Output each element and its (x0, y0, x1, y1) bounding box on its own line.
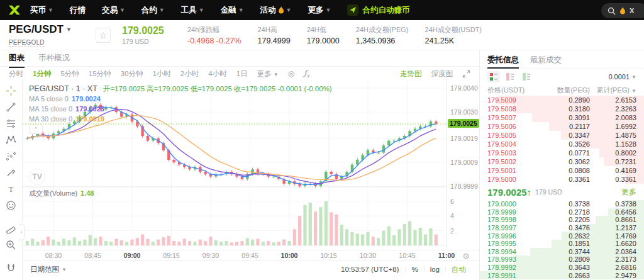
order-book-tab-0[interactable]: 委托信息 (487, 55, 519, 69)
nav-item-3[interactable]: 合约▼ (142, 5, 165, 16)
magnet-icon[interactable] (6, 263, 16, 274)
order-book-row[interactable]: 179.50050.33471.4875 (480, 131, 644, 140)
view-trend-toggle[interactable]: 走势图 (400, 69, 422, 79)
tradingview-logo[interactable]: TV (29, 169, 45, 185)
order-book-row[interactable]: 178.99950.18511.6620 (480, 240, 644, 248)
order-book-row[interactable]: 178.99940.37442.0364 (480, 248, 644, 256)
book-layout-asks-icon[interactable] (504, 71, 516, 82)
order-book-row[interactable]: 178.99930.28092.3173 (480, 255, 644, 264)
zoom-in-icon[interactable] (6, 240, 16, 250)
nav-item-7[interactable]: 更多▼ (308, 5, 331, 16)
timeframe-more[interactable]: 更多 ▼ (257, 69, 279, 79)
timeframe-0[interactable]: 分时 (9, 69, 23, 79)
timeframe-6[interactable]: 2小时 (180, 69, 199, 79)
chart-tab-0[interactable]: 图表 (9, 53, 25, 68)
timeframe-3[interactable]: 15分钟 (89, 69, 111, 79)
order-book-row[interactable]: 179.50080.31802.3263 (480, 104, 644, 113)
search-bar[interactable]: X (601, 3, 644, 18)
order-book-row[interactable]: 178.99970.34761.2137 (480, 224, 644, 232)
book-more-link[interactable]: 更多 (621, 187, 636, 198)
order-book-row[interactable]: 179.50010.08080.4169 (480, 166, 644, 175)
order-book-row[interactable]: 178.99910.26632.9479 (480, 271, 644, 279)
row-qty: 0.3744 (543, 248, 590, 255)
row-price: 178.9994 (487, 248, 543, 255)
mid-price-row[interactable]: 179.0025↑ 179 USD 更多 (480, 184, 644, 200)
row-qty: 0.2205 (543, 216, 590, 223)
brush-icon[interactable] (6, 167, 16, 178)
timeframe-4[interactable]: 30分钟 (121, 69, 143, 79)
timeframe-5[interactable]: 1小时 (152, 69, 170, 79)
timeframe-7[interactable]: 4小时 (208, 69, 226, 79)
timeframe-row: 分时1分钟5分钟15分钟30分钟1小时2小时4小时1日 更多 ▼ ◎ ƒx 走势… (0, 67, 479, 81)
clock-utc[interactable]: 10:53:57 (UTC+8) (341, 266, 406, 273)
pair-selector[interactable]: PEG/USDT ▼ (9, 23, 84, 36)
nav-item-1[interactable]: 行情 (70, 5, 86, 16)
timeframe-8[interactable]: 1日 (236, 69, 248, 79)
view-depth-toggle[interactable]: 深度图 (431, 69, 453, 79)
trend-line-icon[interactable] (6, 102, 16, 113)
row-cum: 2.6153 (590, 96, 636, 104)
chevron-down-icon: ▼ (48, 7, 53, 13)
book-layout-both-icon[interactable] (487, 71, 500, 82)
chart-footer: 日期范围▼ 10:53:57 (UTC+8) % log 自动 (23, 260, 479, 277)
timeframe-1[interactable]: 1分钟 (33, 69, 51, 79)
nav-item-2[interactable]: 交易▼ (102, 5, 125, 16)
chart-tab-1[interactable]: 币种概况 (38, 53, 70, 67)
favorite-button[interactable]: ☆ (96, 28, 111, 43)
nav-item-0[interactable]: 买币▼ (30, 5, 53, 16)
nav-item-4[interactable]: 工具▼ (181, 5, 204, 16)
xt-logo[interactable] (8, 4, 21, 16)
row-qty: 0.0808 (543, 167, 590, 174)
legend-collapse-button[interactable]: ⌃ (29, 125, 43, 134)
percent-scale-button[interactable]: % (406, 266, 424, 273)
time-axis-label: 09:00 (124, 252, 141, 259)
row-cum: 0.6456 (590, 208, 636, 216)
fullscreen-icon[interactable] (462, 70, 470, 78)
nav-item-5[interactable]: 金融▼ (221, 5, 244, 16)
order-book-row[interactable]: 179.50070.30912.0083 (480, 113, 644, 122)
auto-scale-button[interactable]: 自动 (446, 265, 472, 274)
order-book-row[interactable]: 178.99920.36432.6816 (480, 264, 644, 272)
order-book-row[interactable]: 178.99990.27180.6456 (480, 208, 644, 216)
row-price: 179.5009 (487, 96, 543, 104)
text-tool-icon[interactable]: T (6, 184, 16, 194)
promo-link[interactable]: 合约自动赚币 (347, 4, 409, 16)
xabcd-pattern-icon[interactable] (6, 135, 16, 145)
top-nav: 买币▼行情交易▼合约▼工具▼金融▼活动▼更多▼ 合约自动赚币 X (0, 0, 644, 20)
price-axis[interactable]: 179.0040179.0030179.0019179.0009178.9999… (447, 81, 480, 250)
ruler-icon[interactable] (6, 223, 16, 234)
order-book-row[interactable]: 179.50090.28902.6153 (480, 96, 644, 104)
forecast-icon[interactable] (6, 151, 16, 162)
row-cum: 0.3738 (590, 200, 636, 208)
time-axis-label: 10:00 (281, 252, 298, 259)
emoji-icon[interactable] (6, 200, 16, 211)
time-axis[interactable]: ⊙ 08:3008:4509:0009:1509:3009:4510:0010:… (23, 250, 479, 260)
fib-lines-icon[interactable] (6, 118, 16, 129)
order-book-row[interactable]: 178.99980.22050.8661 (480, 216, 644, 224)
time-axis-label: 09:15 (163, 252, 179, 259)
log-scale-button[interactable]: log (425, 266, 446, 273)
order-book-row[interactable]: 179.50060.21171.6992 (480, 122, 644, 131)
row-qty: 0.2718 (543, 208, 590, 216)
row-cum: 2.0364 (590, 248, 636, 255)
precision-select[interactable]: 0.0001▼ (608, 73, 636, 81)
timeframe-2[interactable]: 5分钟 (60, 69, 79, 79)
order-book-row[interactable]: 179.50000.33610.3361 (480, 175, 644, 184)
order-book-tab-1[interactable]: 最新成交 (530, 55, 562, 69)
date-range-button[interactable]: 日期范围▼ (30, 265, 67, 274)
candlestick-chart[interactable]: PEG/USDT · 1 · XT 开=179.0025 高=179.0025 … (23, 81, 447, 250)
timezone-clock-icon[interactable]: ⊙ (463, 252, 469, 260)
row-qty: 0.3180 (543, 105, 590, 113)
order-book-row[interactable]: 179.50040.35261.1528 (480, 140, 644, 148)
crosshair-icon[interactable] (6, 86, 16, 96)
row-cum: 2.9479 (590, 272, 636, 279)
order-book-row[interactable]: 179.00000.37380.3738 (480, 200, 644, 208)
order-book-row[interactable]: 179.50030.07710.8002 (480, 148, 644, 157)
col-cum[interactable]: 累计(PEG) ▼ (590, 86, 636, 95)
chart-settings-icon[interactable]: ◎ (288, 69, 294, 78)
nav-item-6[interactable]: 活动▼ (260, 5, 292, 16)
indicators-icon[interactable]: ƒx (304, 69, 309, 79)
book-layout-bids-icon[interactable] (520, 71, 533, 82)
order-book-row[interactable]: 179.50020.30620.7231 (480, 157, 644, 166)
order-book-row[interactable]: 178.99960.26321.4769 (480, 232, 644, 240)
